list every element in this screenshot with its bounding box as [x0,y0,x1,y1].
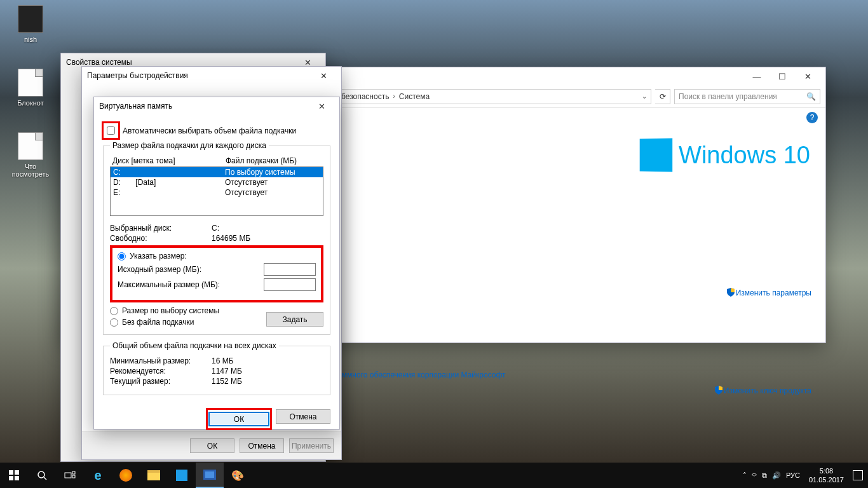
store-icon[interactable] [168,463,196,488]
svg-rect-6 [65,473,71,478]
max-size-input[interactable] [264,278,316,291]
cur-label: Текущий размер: [110,377,212,386]
search-button[interactable] [28,463,56,488]
svg-point-4 [38,471,44,478]
drive-legend: Размер файла подкачки для каждого диска [110,141,269,150]
volume-icon[interactable]: 🔊 [772,471,781,480]
icon-label: nish [8,36,53,43]
breadcrumb-item[interactable]: безопасность [341,92,389,101]
window-title: Виртуальная память [99,102,172,111]
cur-value: 1152 МБ [212,377,242,386]
auto-manage-checkbox[interactable] [107,126,115,135]
edge-icon[interactable]: e [84,463,112,488]
titlebar[interactable]: Виртуальная память ✕ [94,97,339,115]
refresh-button[interactable]: ⟳ [655,89,670,104]
change-key-link[interactable]: Изменить ключ продукта [715,386,811,395]
chevron-down-icon[interactable]: ⌄ [642,93,647,100]
file-icon [18,69,43,97]
search-input[interactable]: Поиск в панели управления 🔍 [674,89,820,104]
svg-rect-0 [9,470,13,475]
shield-icon [727,288,735,297]
apply-button[interactable]: Применить [289,438,334,453]
initial-size-input[interactable] [264,263,316,276]
titlebar[interactable]: Параметры быстродействия ✕ [82,67,341,85]
no-paging-radio[interactable]: Без файла подкачки [110,318,219,327]
virtual-memory-window: Виртуальная память ✕ Автоматически выбир… [93,97,340,430]
min-label: Минимальный размер: [110,356,212,365]
shield-icon [715,386,722,395]
taskbar-clock[interactable]: 5:08 01.05.2017 [805,466,848,484]
total-legend: Общий объем файла подкачки на всех диска… [110,341,279,350]
maximize-button[interactable]: ☐ [770,67,795,85]
highlight-box: ОК [207,409,271,429]
chevron-right-icon: › [393,93,395,100]
network-icon[interactable]: ⧉ [762,471,767,480]
drive-list-header: Диск [метка тома] Файл подкачки (МБ) [110,155,323,166]
rec-label: Рекомендуется: [110,367,212,376]
drive-list[interactable]: C: По выбору системы D: [Data] Отсутству… [110,166,323,216]
initial-size-label: Исходный размер (МБ): [118,265,201,274]
svg-line-5 [44,477,46,480]
icon-label: Блокнот [8,99,53,107]
icon-label: Что посмотреть [8,163,53,178]
selected-drive-label: Выбранный диск: [110,224,212,233]
language-indicator[interactable]: РУС [786,471,800,479]
free-space-label: Свободно: [110,234,212,243]
rec-value: 1147 МБ [212,367,242,376]
start-button[interactable] [0,463,28,488]
dialog-footer: ОК Отмена Применить [82,431,341,459]
taskview-button[interactable] [56,463,84,488]
desktop-icon[interactable]: Блокнот [8,69,53,107]
svg-rect-3 [15,476,19,480]
highlight-box [103,123,119,139]
windows-logo: Windows 10 [639,139,810,172]
desktop-icon[interactable]: Что посмотреть [8,132,53,178]
firefox-icon[interactable] [112,463,140,488]
bluetooth-icon[interactable]: ⌔ [752,471,757,480]
drive-fieldset: Размер файла подкачки для каждого диска … [103,141,330,335]
min-value: 16 МБ [212,356,234,365]
set-button[interactable]: Задать [266,312,323,327]
minimize-button[interactable]: — [744,67,770,85]
help-icon[interactable]: ? [806,112,818,123]
drive-row[interactable]: E: Отсутствует [111,187,323,198]
cancel-button[interactable]: Отмена [240,438,284,453]
ok-button[interactable]: ОК [208,412,269,426]
desktop-icon[interactable]: nish [8,5,53,43]
selected-drive: C: [212,224,219,233]
total-fieldset: Общий объем файла подкачки на всех диска… [103,341,330,395]
close-button[interactable]: ✕ [309,97,334,115]
drive-row[interactable]: C: По выбору системы [111,167,323,177]
explorer-icon[interactable] [140,463,168,488]
svg-rect-1 [15,470,19,475]
max-size-label: Максимальный размер (МБ): [118,280,220,289]
cancel-button[interactable]: Отмена [276,409,330,424]
change-settings-link[interactable]: Изменить параметры [727,288,811,297]
ok-button[interactable]: ОК [190,438,234,453]
paint-icon[interactable]: 🎨 [224,463,252,488]
svg-rect-2 [9,476,13,480]
system-tray[interactable]: ˄ ⌔ ⧉ 🔊 РУС 5:08 01.05.2017 [738,466,868,484]
close-button[interactable]: ✕ [795,67,820,85]
taskbar[interactable]: e 🎨 ˄ ⌔ ⧉ 🔊 РУС 5:08 01.05.2017 [0,463,868,488]
tray-chevron-icon[interactable]: ˄ [743,471,747,480]
notifications-icon[interactable] [853,470,863,480]
file-icon [18,132,43,160]
drive-row[interactable]: D: [Data] Отсутствует [111,177,323,187]
highlight-box: Указать размер: Исходный размер (МБ): Ма… [110,245,323,302]
svg-rect-7 [72,471,75,474]
dialog-footer: ОК Отмена [94,403,339,435]
free-space: 164695 МБ [212,234,250,243]
system-managed-radio[interactable]: Размер по выбору системы [110,306,219,315]
window-title: Параметры быстродействия [87,71,188,80]
window-title: Свойства системы [66,58,132,67]
breadcrumb-item[interactable]: Система [399,92,430,101]
control-panel-taskbar-icon[interactable] [196,463,224,488]
file-icon [18,5,43,33]
search-icon: 🔍 [806,92,816,101]
auto-manage-label: Автоматически выбирать объем файла подка… [123,126,296,135]
custom-size-radio[interactable]: Указать размер: [118,252,316,261]
svg-rect-8 [72,475,75,478]
close-button[interactable]: ✕ [311,67,336,85]
search-placeholder: Поиск в панели управления [679,92,777,101]
